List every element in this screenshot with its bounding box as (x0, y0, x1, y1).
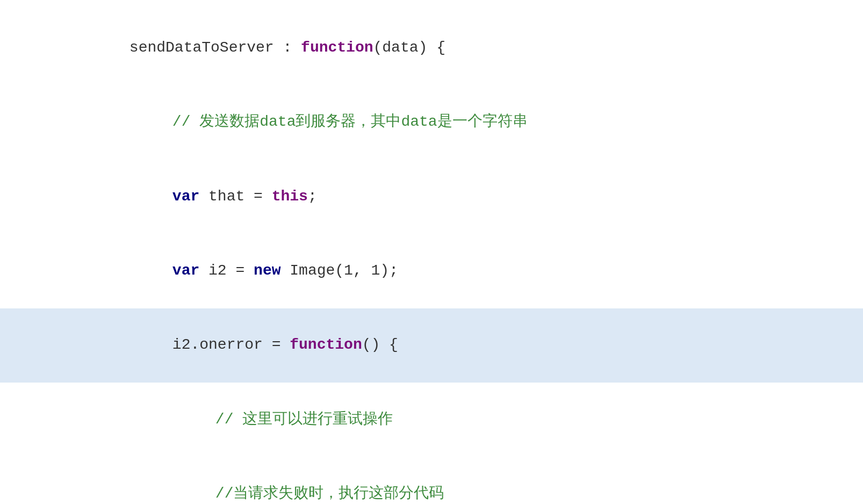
code-line: var i2 = new Image(1, 1); (0, 234, 863, 308)
code-line: var that = this; (0, 160, 863, 234)
code-comment: // 这里可以进行重试操作 (215, 411, 393, 428)
code-comment: //当请求失败时，执行这部分代码 (215, 485, 444, 502)
code-keyword: var (172, 188, 199, 205)
code-line-highlighted: i2.onerror = function() { (0, 308, 863, 383)
code-text: i2.onerror = (172, 336, 290, 353)
code-line: // 发送数据data到服务器，其中data是一个字符串 (0, 85, 863, 159)
code-line: //当请求失败时，执行这部分代码 (0, 457, 863, 504)
code-text: that = (199, 188, 271, 205)
code-container: sendDataToServer : function(data) { // 发… (0, 0, 863, 504)
code-block-1: sendDataToServer : function(data) { // 发… (0, 11, 863, 504)
code-keyword: function (290, 336, 362, 353)
code-keyword: this (272, 188, 308, 205)
code-keyword: var (172, 262, 199, 279)
code-text: i2 = (199, 262, 254, 279)
code-text: (data) { (373, 39, 445, 56)
code-text: () { (362, 336, 398, 353)
code-text: Image(1, 1); (281, 262, 398, 279)
code-text: sendDataToServer : (130, 39, 301, 56)
code-text: ; (308, 188, 317, 205)
code-line: // 这里可以进行重试操作 (0, 383, 863, 457)
code-comment: // 发送数据data到服务器，其中data是一个字符串 (172, 113, 528, 130)
code-keyword: new (254, 262, 281, 279)
code-line: sendDataToServer : function(data) { (0, 11, 863, 85)
code-keyword: function (301, 39, 373, 56)
